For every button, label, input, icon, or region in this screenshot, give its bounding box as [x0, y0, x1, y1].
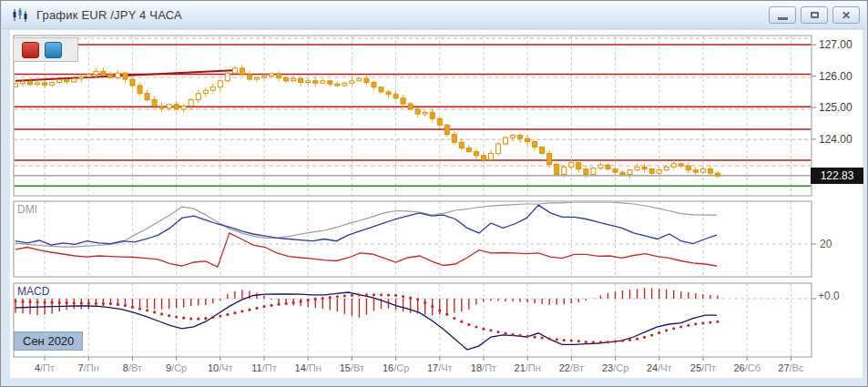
x-axis-label: 26/Сб: [733, 362, 761, 373]
candle: [628, 169, 632, 178]
candle: [284, 76, 289, 82]
candle: [145, 90, 149, 101]
candle: [43, 80, 47, 88]
x-axis-label: 11/Пт: [251, 362, 276, 373]
x-axis-label: 23/Ср: [602, 362, 628, 373]
chart-toolbar: [13, 37, 78, 62]
x-axis-label: 24/Чт: [647, 362, 672, 373]
red-marker-button[interactable]: [22, 42, 39, 58]
candle: [533, 140, 537, 151]
candle: [225, 71, 230, 82]
candle: [101, 67, 106, 76]
candle: [57, 79, 62, 84]
candle: [277, 71, 281, 81]
candle: [488, 149, 493, 160]
candle: [189, 98, 193, 110]
candle: [504, 137, 508, 146]
candle: [700, 166, 705, 173]
candle: [321, 78, 325, 84]
candle: [511, 134, 516, 141]
x-axis-label: 14/Пн: [295, 362, 322, 373]
candle: [591, 167, 596, 175]
price-axis-label: 124.00: [819, 133, 853, 146]
candle: [50, 82, 55, 87]
x-axis-label: 7/Пн: [78, 362, 99, 373]
macd-panel-label: MACD: [17, 285, 49, 298]
candle: [138, 83, 142, 96]
x-axis-label: 9/Ср: [166, 362, 187, 373]
candle: [452, 131, 456, 145]
candle: [240, 65, 244, 76]
x-axis-label: 15/Вт: [340, 362, 364, 373]
candle: [87, 73, 91, 77]
candle: [635, 164, 639, 171]
month-label: Сен 2020: [14, 331, 83, 351]
plus-di-line: [15, 205, 717, 245]
candle: [642, 164, 647, 172]
candle: [159, 102, 164, 112]
candle: [232, 66, 237, 74]
adx-line: [15, 202, 717, 247]
chart-window: График EUR /JPY 4 ЧАСА ✕ DMI MACD 20 +0.…: [0, 0, 868, 387]
candle: [313, 77, 318, 87]
candle: [555, 163, 559, 176]
candle: [408, 102, 413, 110]
panel-border: [14, 201, 812, 277]
x-axis-label: 10/Чт: [208, 362, 233, 373]
candle: [401, 95, 405, 107]
candle: [386, 90, 391, 98]
candle: [679, 163, 683, 168]
blue-marker-button[interactable]: [45, 42, 62, 58]
candle: [174, 102, 179, 111]
candle: [357, 78, 362, 82]
macd-histogram: [15, 288, 718, 317]
candle: [203, 87, 208, 97]
candle: [210, 84, 215, 94]
candle: [466, 145, 471, 153]
candle: [715, 171, 720, 178]
candle: [671, 160, 676, 169]
price-axis-label: 125.00: [819, 101, 853, 114]
candle: [328, 80, 332, 87]
candle: [79, 74, 84, 82]
candle: [693, 167, 698, 175]
panel-border: [14, 283, 812, 357]
x-axis-label: 18/Пт: [471, 362, 496, 373]
panel-border: [14, 36, 812, 196]
candle: [620, 170, 625, 176]
candle: [518, 134, 523, 143]
candle: [444, 124, 449, 137]
candle: [72, 78, 77, 83]
candle: [686, 162, 690, 173]
candle: [299, 76, 303, 86]
price-axis-label: 126.00: [819, 70, 853, 83]
candle: [459, 138, 464, 150]
candle: [423, 110, 427, 117]
candle: [350, 77, 354, 85]
x-axis-label: 4/Пт: [35, 362, 55, 373]
current-price-label: 122.83: [811, 168, 863, 184]
candle: [437, 116, 442, 128]
x-axis-label: 16/Ср: [383, 362, 409, 373]
candle: [598, 162, 603, 170]
candle: [130, 78, 135, 89]
candle: [577, 160, 581, 172]
candle: [364, 75, 369, 85]
x-axis-label: 22/Вт: [559, 362, 584, 373]
chart-canvas[interactable]: [1, 1, 868, 387]
candle: [415, 107, 420, 117]
candle: [181, 104, 186, 113]
minus-di-line: [15, 233, 717, 267]
candle: [306, 78, 311, 86]
candle: [708, 166, 712, 176]
candle: [36, 80, 40, 87]
candle: [270, 72, 274, 76]
candle: [123, 72, 128, 84]
candle: [291, 76, 296, 82]
candle: [540, 147, 545, 156]
macd-level-label: +0.0: [818, 290, 840, 302]
candle: [606, 163, 610, 169]
candle: [167, 104, 171, 111]
candle: [379, 87, 383, 93]
price-axis-label: 127.00: [819, 38, 853, 51]
